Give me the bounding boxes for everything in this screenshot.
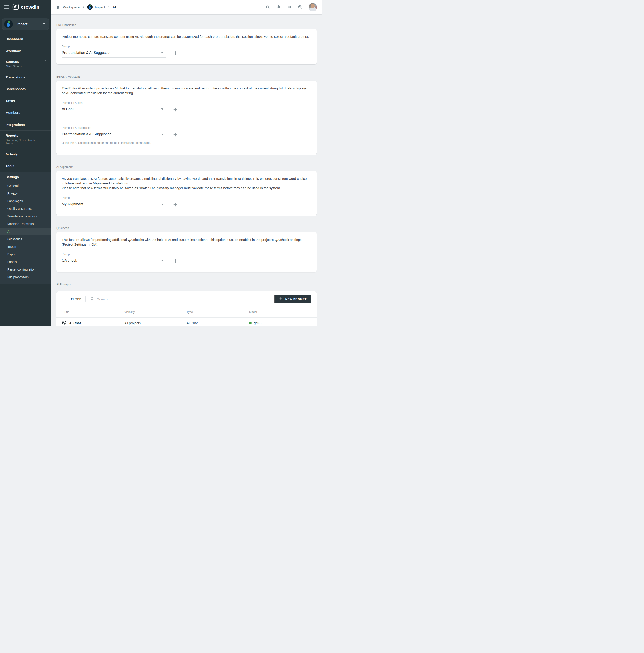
page-content: Pre-Translation Project members can pre-… xyxy=(51,14,322,326)
table-header: Title Visibility Type Model xyxy=(56,307,317,317)
sidebar-item-integrations[interactable]: Integrations xyxy=(0,119,51,130)
sidebar-item-ai[interactable]: AI xyxy=(0,228,51,235)
add-prompt-button[interactable] xyxy=(172,49,179,57)
chevron-down-icon xyxy=(161,134,164,135)
section-description: Project members can pre-translate conten… xyxy=(62,34,311,39)
chevron-down-icon xyxy=(161,108,164,110)
topbar: Workspace Impact AI xyxy=(51,0,322,14)
sidebar-settings-section: Settings General Privacy Languages Quali… xyxy=(0,172,51,284)
sidebar-item-machine-translation[interactable]: Machine Translation xyxy=(0,220,51,228)
sidebar-item-general[interactable]: General xyxy=(0,182,51,190)
project-name: Impact xyxy=(17,22,27,26)
sidebar-item-tasks[interactable]: Tasks xyxy=(0,95,51,107)
section-editor-ai-assistant: Editor AI Assistant The Editor AI Assist… xyxy=(56,75,317,155)
sidebar-item-labels[interactable]: Labels xyxy=(0,258,51,266)
sidebar-item-members[interactable]: Members xyxy=(0,107,51,119)
prompt-type: AI Chat xyxy=(187,321,249,325)
ai-suggestion-prompt-select[interactable]: Pre-translation & AI Suggestion xyxy=(62,130,166,139)
ai-chat-prompt-select[interactable]: AI Chat xyxy=(62,105,166,114)
menu-icon[interactable] xyxy=(4,4,9,10)
sidebar-item-screenshots[interactable]: Screenshots xyxy=(0,83,51,95)
breadcrumb-project[interactable]: Impact xyxy=(95,5,105,9)
sidebar-item-workflow[interactable]: Workflow xyxy=(0,45,51,56)
topbar-actions xyxy=(266,3,317,11)
pre-translation-prompt-select[interactable]: Pre-translation & AI Suggestion xyxy=(62,49,166,58)
section-heading: AI Prompts xyxy=(56,283,317,286)
crowdin-logo[interactable]: crowdin xyxy=(12,3,39,11)
column-type: Type xyxy=(187,310,249,314)
breadcrumb-current-page: AI xyxy=(113,5,116,9)
sidebar-item-glossaries[interactable]: Glossaries xyxy=(0,235,51,243)
section-heading: QA check xyxy=(56,226,317,230)
search-box xyxy=(90,296,270,302)
prompt-label: Prompt xyxy=(62,45,311,48)
column-visibility: Visibility xyxy=(124,310,187,314)
search-input[interactable] xyxy=(97,297,270,301)
user-avatar[interactable] xyxy=(308,3,317,11)
new-prompt-button[interactable]: NEW PROMPT xyxy=(274,294,311,304)
sidebar-item-translations[interactable]: Translations xyxy=(0,71,51,83)
main-area: Workspace Impact AI xyxy=(51,0,322,326)
project-selector[interactable]: Impact xyxy=(2,18,49,30)
project-avatar xyxy=(4,20,13,28)
chevron-right-icon xyxy=(45,133,47,137)
prompt-label: Prompt xyxy=(62,196,311,199)
alignment-prompt-select[interactable]: My Alignment xyxy=(62,200,166,209)
breadcrumb-workspace[interactable]: Workspace xyxy=(63,5,80,9)
filter-button[interactable]: FILTER xyxy=(62,295,85,303)
prompt-label: Prompt for AI suggestion xyxy=(62,126,311,129)
sidebar-item-file-processors[interactable]: File processors xyxy=(0,273,51,281)
sidebar-nav: Dashboard Workflow Sources Files, String… xyxy=(0,33,51,172)
section-description: The Editor AI Assistant provides an AI c… xyxy=(62,86,311,95)
sidebar-item-languages[interactable]: Languages xyxy=(0,197,51,205)
add-prompt-button[interactable] xyxy=(172,257,179,265)
suggestion-helper-text: Using the AI Suggestion in editor can re… xyxy=(62,141,311,144)
brand-text: crowdin xyxy=(21,4,39,10)
sidebar-item-settings[interactable]: Settings xyxy=(0,172,51,182)
chevron-down-icon xyxy=(161,52,164,53)
sidebar-item-dashboard[interactable]: Dashboard xyxy=(0,33,51,45)
column-title: Title xyxy=(62,310,124,314)
sidebar-item-reports[interactable]: Reports Overview, Cost estimate, Transl… xyxy=(0,130,51,148)
add-prompt-button[interactable] xyxy=(172,201,179,209)
breadcrumb: Workspace Impact AI xyxy=(56,4,116,10)
prompt-label: Prompt for AI chat xyxy=(62,101,311,104)
prompt-title: AI Chat xyxy=(69,321,81,325)
prompt-visibility: All projects xyxy=(124,321,187,325)
section-ai-prompts: AI Prompts FILTER xyxy=(56,283,317,326)
sidebar-item-translation-memories[interactable]: Translation memories xyxy=(0,213,51,220)
model-status-dot xyxy=(249,322,252,324)
chevron-right-icon xyxy=(45,59,47,64)
help-icon[interactable] xyxy=(298,5,302,9)
sidebar-item-activity[interactable]: Activity xyxy=(0,148,51,160)
sidebar-item-tools[interactable]: Tools xyxy=(0,160,51,172)
chevron-down-icon xyxy=(161,260,164,261)
add-prompt-button[interactable] xyxy=(172,106,179,113)
sidebar-header: crowdin xyxy=(0,0,51,14)
sidebar-item-privacy[interactable]: Privacy xyxy=(0,190,51,197)
table-row[interactable]: AI Chat All projects AI Chat gpt-5 xyxy=(56,317,317,326)
crowdin-logo-icon xyxy=(12,3,19,11)
sidebar-item-export[interactable]: Export xyxy=(0,250,51,258)
sidebar-item-parser-configuration[interactable]: Parser configuration xyxy=(0,266,51,273)
sidebar-item-sublabel: Overview, Cost estimate, Transl… xyxy=(6,139,47,145)
row-menu-kebab-icon[interactable] xyxy=(309,320,312,326)
filter-icon xyxy=(66,298,69,300)
ai-prompts-table-card: FILTER NEW PROMPT xyxy=(56,291,317,326)
section-description: This feature allows for performing addit… xyxy=(62,237,311,247)
sidebar-item-import[interactable]: Import xyxy=(0,243,51,250)
sidebar-item-sources[interactable]: Sources Files, Strings xyxy=(0,56,51,71)
openai-icon xyxy=(62,320,67,326)
add-prompt-button[interactable] xyxy=(172,131,179,139)
section-qa-check: QA check This feature allows for perform… xyxy=(56,226,317,272)
notifications-bell-icon[interactable] xyxy=(276,5,281,9)
home-icon[interactable] xyxy=(56,5,60,9)
qa-prompt-select[interactable]: QA check xyxy=(62,257,166,265)
sidebar-item-quality-assurance[interactable]: Quality assurance xyxy=(0,205,51,213)
sidebar-item-sublabel: Files, Strings xyxy=(6,65,47,68)
breadcrumb-project-avatar[interactable] xyxy=(87,4,93,10)
section-heading: Editor AI Assistant xyxy=(56,75,317,78)
search-icon[interactable] xyxy=(266,5,270,9)
sidebar: crowdin Impact Dashboard Workflow Source… xyxy=(0,0,51,326)
messages-icon[interactable] xyxy=(287,5,292,9)
